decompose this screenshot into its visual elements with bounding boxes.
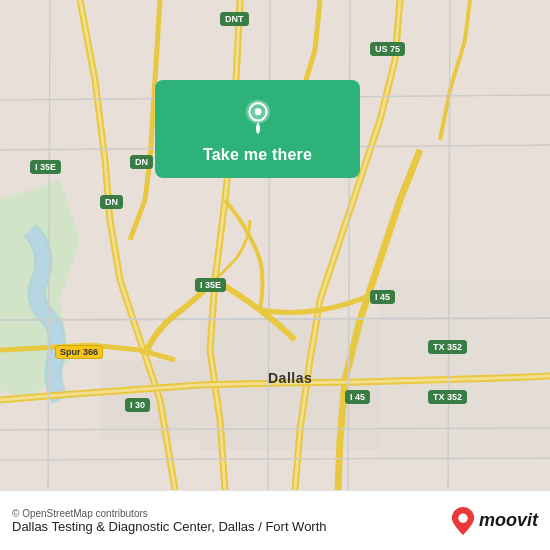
take-me-there-label: Take me there [203, 146, 312, 164]
svg-point-17 [254, 108, 261, 115]
svg-point-18 [458, 513, 467, 522]
road-label-i45-bottom: I 45 [345, 390, 370, 404]
moovit-brand-name: moovit [479, 510, 538, 531]
road-label-tx352-2: TX 352 [428, 390, 467, 404]
road-label-us75: US 75 [370, 42, 405, 56]
road-label-dn-left: DN [130, 155, 153, 169]
bottom-left-info: © OpenStreetMap contributors Dallas Test… [12, 508, 327, 534]
road-label-dnt-top: DNT [220, 12, 249, 26]
location-title: Dallas Testing & Diagnostic Center, Dall… [12, 519, 327, 534]
road-label-i35e-mid: I 35E [195, 278, 226, 292]
road-label-i35e-left: I 35E [30, 160, 61, 174]
take-me-there-card[interactable]: Take me there [155, 80, 360, 178]
road-label-spur366: Spur 366 [55, 345, 103, 359]
bottom-bar: © OpenStreetMap contributors Dallas Test… [0, 490, 550, 550]
location-pin-icon [239, 98, 277, 136]
moovit-logo: moovit [451, 507, 538, 535]
map-svg [0, 0, 550, 490]
moovit-pin-icon [451, 507, 475, 535]
svg-rect-5 [380, 280, 550, 460]
road-label-dn-mid: DN [100, 195, 123, 209]
city-label: Dallas [268, 370, 312, 386]
road-label-i45-right: I 45 [370, 290, 395, 304]
road-label-i30: I 30 [125, 398, 150, 412]
road-label-tx352-1: TX 352 [428, 340, 467, 354]
copyright-text: © OpenStreetMap contributors [12, 508, 327, 519]
map-container: DNT US 75 DN DN I 35E I 35E I 45 I 45 TX… [0, 0, 550, 490]
